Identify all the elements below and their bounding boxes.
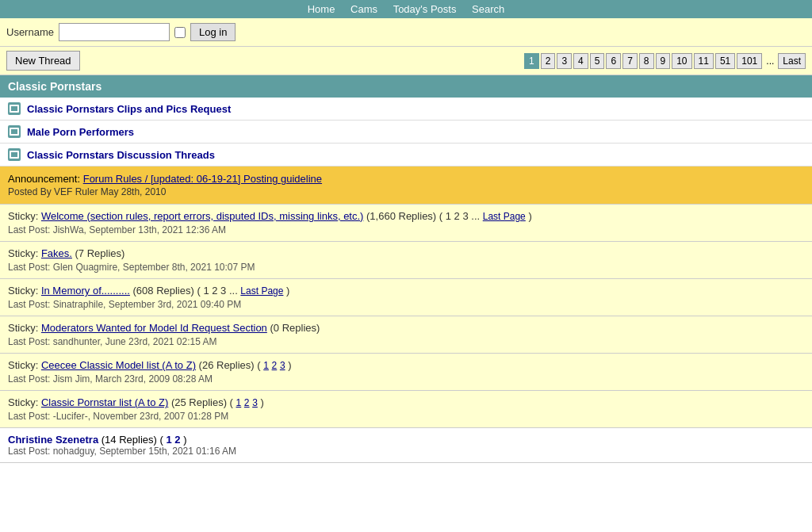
username-input[interactable] <box>59 23 170 41</box>
page-ellipsis: ... <box>764 55 776 67</box>
thread-replies-3: (0 Replies) <box>267 322 320 334</box>
page-link-8[interactable]: 8 <box>639 53 654 69</box>
thread-replies-2: (608 Replies) <box>130 285 194 297</box>
page-link-51[interactable]: 51 <box>715 53 735 69</box>
thread-replies-5: (25 Replies) <box>168 396 227 408</box>
thread-last-post-4: Last Post: Jism Jim, March 23rd, 2009 08… <box>8 373 804 385</box>
thread-title-link-3[interactable]: Moderators Wanted for Model Id Request S… <box>41 322 267 334</box>
thread-last-post-3: Last Post: sandhunter, June 23rd, 2021 0… <box>8 336 804 347</box>
thread-replies-1: (7 Replies) <box>72 247 124 259</box>
subforum-icon-1 <box>8 125 21 138</box>
sticky-threads: Sticky: Welcome (section rules, report e… <box>0 205 812 428</box>
subforum-link-2[interactable]: Classic Pornstars Discussion Threads <box>27 149 215 161</box>
subforum-row-0: Classic Pornstars Clips and Pics Request <box>0 98 812 121</box>
thread-prefix-4: Sticky: <box>8 359 41 371</box>
thread-page-link-4-1[interactable]: 2 <box>272 360 278 371</box>
thread-page-link-4-2[interactable]: 3 <box>280 360 285 371</box>
normal-threads: Christine Szenetra (14 Replies) ( 1 2 )L… <box>0 428 812 463</box>
announcement-prefix: Announcement: <box>8 173 80 185</box>
subforum-row-1: Male Porn Performers <box>0 121 812 144</box>
normal-thread-replies-0: (14 Replies) <box>98 434 157 446</box>
thread-pages-0: ( 1 2 3 ... Last Page ) <box>436 210 532 222</box>
thread-last-post-5: Last Post: -Lucifer-, November 23rd, 200… <box>8 411 804 422</box>
sticky-thread-row-0: Sticky: Welcome (section rules, report e… <box>0 205 812 242</box>
sticky-thread-row-3: Sticky: Moderators Wanted for Model Id R… <box>0 316 812 354</box>
announcement-row: Announcement: Forum Rules / [updated: 06… <box>0 166 812 205</box>
normal-thread-last-post-0: Last Post: nohadguy, September 15th, 202… <box>8 446 804 457</box>
page-link-2[interactable]: 2 <box>541 53 556 69</box>
announcement-posted-by: Posted By VEF Ruler May 28th, 2010 <box>8 186 804 197</box>
username-label: Username <box>6 26 54 38</box>
page-link-3[interactable]: 3 <box>557 53 572 69</box>
normal-thread-page-0-1[interactable]: 2 <box>174 434 180 446</box>
toolbar-row: New Thread 123456789101151101...Last <box>0 47 812 75</box>
category-title: Classic Pornstars <box>8 80 102 93</box>
thread-title-link-1[interactable]: Fakes. <box>41 247 72 259</box>
remember-checkbox[interactable] <box>174 27 186 38</box>
page-link-4[interactable]: 4 <box>573 53 588 69</box>
thread-last-post-1: Last Post: Glen Quagmire, September 8th,… <box>8 262 804 273</box>
normal-thread-page-0-0[interactable]: 1 <box>166 434 171 446</box>
nav-search[interactable]: Search <box>472 3 504 15</box>
thread-page-link-0-4[interactable]: Last Page <box>483 211 526 222</box>
page-link-last[interactable]: Last <box>778 53 806 69</box>
new-thread-button[interactable]: New Thread <box>6 51 80 71</box>
page-link-101[interactable]: 101 <box>737 53 762 69</box>
thread-pages-5: ( 1 2 3 ) <box>227 396 264 408</box>
pagination: 123456789101151101...Last <box>524 53 806 69</box>
page-link-10[interactable]: 10 <box>672 53 691 69</box>
subforum-link-1[interactable]: Male Porn Performers <box>27 126 134 138</box>
thread-title-link-5[interactable]: Classic Pornstar list (A to Z) <box>41 396 168 408</box>
nav-home[interactable]: Home <box>308 3 335 15</box>
login-button[interactable]: Log in <box>190 23 236 41</box>
thread-last-post-0: Last Post: JishWa, September 13th, 2021 … <box>8 224 804 235</box>
sticky-thread-row-5: Sticky: Classic Pornstar list (A to Z) (… <box>0 391 812 428</box>
thread-page-link-4-0[interactable]: 1 <box>263 360 269 371</box>
thread-prefix-5: Sticky: <box>8 396 41 408</box>
nav-todays-posts[interactable]: Today's Posts <box>393 3 457 15</box>
top-navigation: Home Cams Today's Posts Search <box>0 0 812 18</box>
subforum-link-0[interactable]: Classic Pornstars Clips and Pics Request <box>27 103 231 115</box>
announcement-link[interactable]: Forum Rules / [updated: 06-19-21] Postin… <box>83 173 322 185</box>
thread-prefix-2: Sticky: <box>8 285 41 297</box>
thread-title-line-0: Christine Szenetra (14 Replies) ( 1 2 ) <box>8 434 804 446</box>
announcement-text: Announcement: Forum Rules / [updated: 06… <box>8 173 804 185</box>
thread-prefix-0: Sticky: <box>8 210 41 222</box>
thread-pages-2: ( 1 2 3 ... Last Page ) <box>194 285 290 297</box>
nav-cams[interactable]: Cams <box>350 3 377 15</box>
subforum-icon-0 <box>8 102 21 115</box>
page-link-11[interactable]: 11 <box>694 53 714 69</box>
subforums-list: Classic Pornstars Clips and Pics Request… <box>0 98 812 166</box>
thread-page-link-5-1[interactable]: 2 <box>244 397 250 408</box>
thread-replies-0: (1,660 Replies) <box>363 210 436 222</box>
page-link-6[interactable]: 6 <box>606 53 621 69</box>
page-link-1[interactable]: 1 <box>524 53 539 69</box>
sticky-thread-row-2: Sticky: In Memory of.......... (608 Repl… <box>0 279 812 316</box>
thread-page-link-5-0[interactable]: 1 <box>236 397 242 408</box>
thread-pages-4: ( 1 2 3 ) <box>255 359 292 371</box>
thread-title-link-4[interactable]: Ceecee Classic Model list (A to Z) <box>41 359 196 371</box>
page-link-7[interactable]: 7 <box>622 53 638 69</box>
page-link-9[interactable]: 9 <box>656 53 671 69</box>
login-bar: Username Log in <box>0 18 812 47</box>
thread-last-post-2: Last Post: Sinatraphile, September 3rd, … <box>8 299 804 310</box>
thread-page-link-2-4[interactable]: Last Page <box>240 285 283 297</box>
thread-page-link-5-2[interactable]: 3 <box>252 397 258 408</box>
page-link-5[interactable]: 5 <box>590 53 605 69</box>
thread-row-0: Christine Szenetra (14 Replies) ( 1 2 )L… <box>0 428 812 463</box>
sticky-thread-row-1: Sticky: Fakes. (7 Replies)Last Post: Gle… <box>0 242 812 279</box>
normal-thread-pages-0: ( 1 2 ) <box>157 434 187 446</box>
subforum-icon-2 <box>8 148 21 161</box>
thread-replies-4: (26 Replies) <box>196 359 255 371</box>
thread-title-link-2[interactable]: In Memory of.......... <box>41 285 130 297</box>
sticky-thread-row-4: Sticky: Ceecee Classic Model list (A to … <box>0 354 812 391</box>
thread-prefix-3: Sticky: <box>8 322 41 334</box>
category-header: Classic Pornstars <box>0 75 812 98</box>
thread-title-link-0[interactable]: Welcome (section rules, report errors, d… <box>41 210 364 222</box>
normal-thread-title-link-0[interactable]: Christine Szenetra <box>8 434 98 446</box>
thread-prefix-1: Sticky: <box>8 247 41 259</box>
subforum-row-2: Classic Pornstars Discussion Threads <box>0 144 812 166</box>
